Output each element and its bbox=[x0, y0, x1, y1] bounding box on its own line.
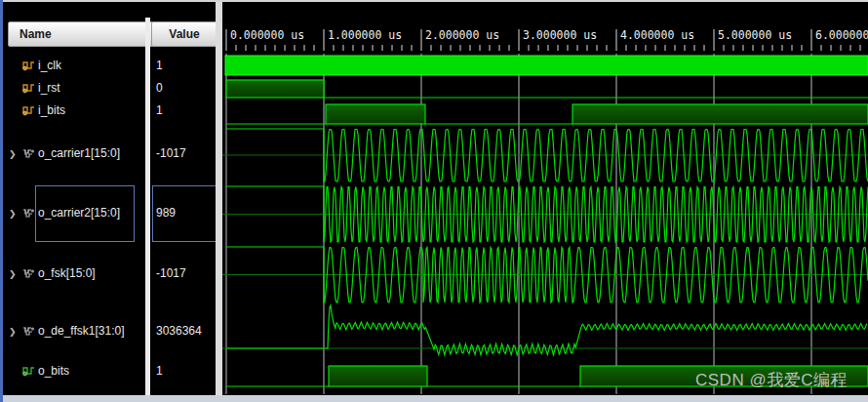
waveform-canvas[interactable]: 0.000000 us1.000000 us2.000000 us3.00000… bbox=[222, 0, 868, 395]
signal-row-o_fsk150[interactable]: ❯ o_fsk[15:0]-1017 bbox=[3, 264, 217, 282]
expand-chevron-icon[interactable]: ❯ bbox=[9, 145, 17, 163]
signal-value: -1017 bbox=[156, 144, 186, 162]
window-bottom-edge bbox=[0, 395, 868, 402]
bus-signal-icon bbox=[22, 206, 35, 219]
timeline-label: 3.000000 us bbox=[523, 28, 597, 42]
signal-name: o_fsk[15:0] bbox=[38, 264, 96, 282]
wave-i_rst-high bbox=[226, 80, 324, 98]
signal-value: 1 bbox=[156, 101, 163, 119]
signal-value: 1 bbox=[156, 362, 163, 380]
window-top-edge bbox=[0, 0, 868, 2]
wave-o_de_ffsk1 bbox=[226, 305, 867, 355]
signal-name: o_de_ffsk1[31:0] bbox=[38, 322, 125, 340]
csdn-watermark: CSDN @我爱C编程 bbox=[695, 369, 848, 391]
signal-row-i_clk[interactable]: i_clk1 bbox=[3, 57, 217, 74]
timeline-label: 0.000000 us bbox=[230, 28, 304, 42]
signal-row-o_carrier1150[interactable]: ❯ o_carrier1[15:0]-1017 bbox=[3, 144, 217, 162]
signal-name: o_carrier2[15:0] bbox=[38, 204, 120, 221]
signal-value: 3036364 bbox=[156, 322, 202, 340]
timeline-label: 4.000000 us bbox=[620, 28, 694, 42]
scalar-signal-icon bbox=[22, 364, 35, 377]
signal-value: 0 bbox=[156, 79, 163, 97]
timeline-label: 1.000000 us bbox=[328, 28, 402, 42]
signal-row-i_bits[interactable]: i_bits1 bbox=[3, 101, 217, 119]
window-left-edge bbox=[0, 0, 3, 402]
panel-splitter[interactable] bbox=[216, 0, 222, 395]
scalar-signal-icon bbox=[22, 59, 35, 71]
waveform-panel[interactable]: 0.000000 us1.000000 us2.000000 us3.00000… bbox=[222, 0, 868, 395]
wave-i_bits-high bbox=[572, 104, 868, 124]
expand-chevron-icon[interactable]: ❯ bbox=[9, 265, 17, 283]
signal-row-o_carrier2150[interactable]: ❯ o_carrier2[15:0]989 bbox=[3, 204, 217, 221]
timeline-label: 6.000000 us bbox=[815, 28, 868, 42]
signal-row-o_de_ffsk1310[interactable]: ❯ o_de_ffsk1[31:0]3036364 bbox=[3, 322, 217, 340]
signal-row-i_rst[interactable]: i_rst0 bbox=[3, 79, 217, 97]
signal-name: i_rst bbox=[38, 79, 60, 97]
signal-name: i_clk bbox=[38, 57, 61, 74]
wave-i_bits-high bbox=[326, 104, 425, 124]
signal-name: i_bits bbox=[38, 101, 65, 119]
name-column-header[interactable]: Name bbox=[8, 21, 157, 47]
name-column-header-label: Name bbox=[20, 27, 52, 41]
scalar-signal-icon bbox=[22, 103, 35, 116]
bus-signal-icon bbox=[22, 324, 35, 337]
waveform-viewer-window: Name Value i_clk1 i_rst0 i_bits1❯ o_carr… bbox=[0, 0, 868, 402]
name-value-column-splitter[interactable] bbox=[145, 18, 150, 395]
signal-value: 1 bbox=[156, 57, 163, 74]
scalar-signal-icon bbox=[22, 81, 35, 94]
timeline-label: 2.000000 us bbox=[425, 28, 499, 42]
wave-o_bits-high bbox=[329, 366, 427, 386]
signal-name: o_bits bbox=[38, 362, 69, 380]
expand-chevron-icon[interactable]: ❯ bbox=[9, 323, 17, 341]
bus-signal-icon bbox=[22, 266, 35, 279]
timeline-label: 5.000000 us bbox=[718, 28, 792, 42]
value-column-header[interactable]: Value bbox=[151, 21, 217, 47]
signal-name-panel: Name Value i_clk1 i_rst0 i_bits1❯ o_carr… bbox=[3, 0, 217, 395]
signal-name: o_carrier1[15:0] bbox=[38, 144, 120, 162]
wave-i_clk bbox=[225, 56, 868, 75]
signal-value: -1017 bbox=[156, 264, 186, 282]
signal-value: 989 bbox=[156, 204, 176, 221]
signal-row-o_bits[interactable]: o_bits1 bbox=[3, 362, 217, 380]
value-column-header-label: Value bbox=[169, 27, 199, 41]
expand-chevron-icon[interactable]: ❯ bbox=[9, 205, 17, 222]
bus-signal-icon bbox=[22, 146, 35, 159]
